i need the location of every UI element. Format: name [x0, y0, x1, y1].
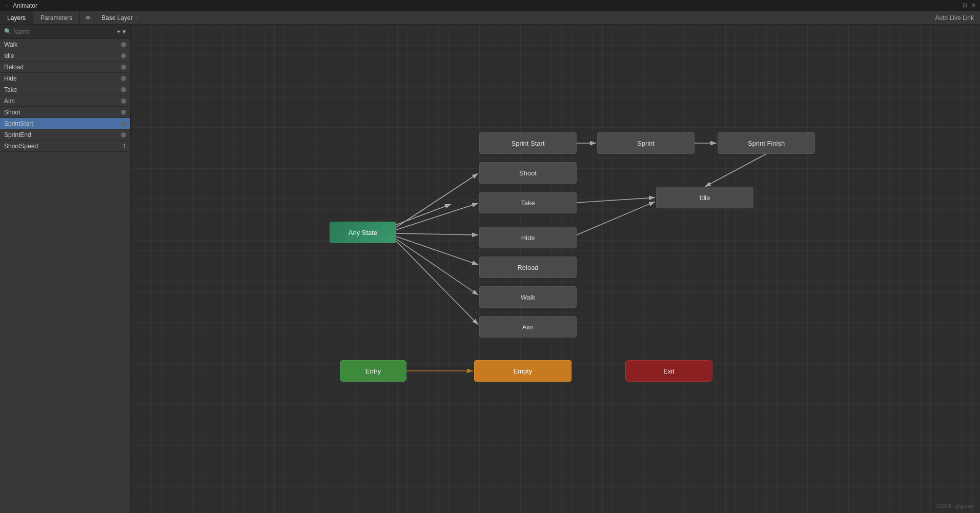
svg-line-7: [396, 173, 478, 227]
canvas-area[interactable]: Sprint Start Sprint Sprint Finish Shoot …: [131, 25, 980, 513]
param-reload[interactable]: Reload: [0, 62, 130, 73]
param-dot-sprintstart: [121, 121, 126, 126]
param-dot-take: [121, 87, 126, 92]
app-title: Animator: [13, 2, 37, 9]
svg-line-8: [396, 203, 478, 230]
svg-line-11: [396, 239, 478, 295]
animator-icon: →: [4, 3, 10, 9]
sidebar: 🔍 + ▾ Walk Idle Reload Hide Tak: [0, 25, 131, 513]
auto-live-link[interactable]: Auto Live Link: [929, 14, 980, 22]
state-empty[interactable]: Empty: [474, 360, 571, 382]
svg-line-5: [577, 198, 655, 203]
breadcrumb-item: Base Layer: [101, 14, 133, 22]
breadcrumb: Base Layer ›: [96, 14, 929, 22]
svg-line-12: [396, 241, 478, 325]
window-controls: ⊡ ✕: [963, 2, 976, 9]
param-dot-walk: [121, 42, 126, 47]
state-exit[interactable]: Exit: [625, 360, 712, 382]
state-entry[interactable]: Entry: [340, 360, 406, 382]
state-walk[interactable]: Walk: [479, 286, 577, 308]
search-icon: 🔍: [4, 28, 11, 35]
state-aim[interactable]: Aim: [479, 316, 577, 338]
svg-line-6: [396, 204, 451, 225]
param-dot-idle: [121, 53, 126, 58]
param-dot-aim: [121, 98, 126, 104]
param-dot-hide: [121, 76, 126, 81]
title-bar: → Animator ⊡ ✕: [0, 0, 980, 11]
param-sprintend[interactable]: SprintEnd: [0, 129, 130, 141]
tab-bar: Layers Parameters 👁 Base Layer › Auto Li…: [0, 11, 980, 25]
param-dot-shoot: [121, 110, 126, 115]
main-content: 🔍 + ▾ Walk Idle Reload Hide Tak: [0, 25, 980, 513]
svg-line-13: [577, 202, 655, 235]
param-shootspeed[interactable]: ShootSpeed 1: [0, 141, 130, 152]
svg-line-4: [705, 154, 766, 187]
param-hide[interactable]: Hide: [0, 73, 130, 84]
param-idle[interactable]: Idle: [0, 50, 130, 62]
param-aim[interactable]: Aim: [0, 95, 130, 107]
breadcrumb-arrow: ›: [136, 15, 137, 21]
state-sprint[interactable]: Sprint: [597, 132, 695, 154]
params-list: Walk Idle Reload Hide Take Aim: [0, 39, 130, 152]
state-any-state[interactable]: Any State: [330, 222, 396, 243]
state-sprint-start[interactable]: Sprint Start: [479, 132, 577, 154]
state-shoot[interactable]: Shoot: [479, 162, 577, 184]
search-input[interactable]: [13, 28, 115, 35]
state-reload[interactable]: Reload: [479, 256, 577, 278]
state-idle[interactable]: Idle: [656, 187, 753, 208]
svg-line-10: [396, 236, 478, 265]
close-icon[interactable]: ✕: [971, 2, 976, 9]
param-shoot[interactable]: Shoot: [0, 107, 130, 118]
state-sprint-finish[interactable]: Sprint Finish: [718, 132, 815, 154]
param-sprintstart[interactable]: SprintStart: [0, 118, 130, 129]
param-walk[interactable]: Walk: [0, 39, 130, 50]
state-take[interactable]: Take: [479, 192, 577, 213]
state-hide[interactable]: Hide: [479, 227, 577, 248]
visibility-icon[interactable]: 👁: [80, 14, 96, 22]
param-dot-reload: [121, 65, 126, 70]
tab-layers[interactable]: Layers: [0, 11, 33, 24]
add-button[interactable]: + ▾: [117, 28, 126, 35]
maximize-icon[interactable]: ⊡: [963, 2, 967, 9]
param-take[interactable]: Take: [0, 84, 130, 95]
svg-line-9: [396, 233, 478, 235]
watermark: CSDN @gzroy: [937, 503, 974, 509]
param-dot-sprintend: [121, 132, 126, 137]
tab-parameters[interactable]: Parameters: [33, 11, 80, 24]
sidebar-header: 🔍 + ▾: [0, 25, 130, 39]
